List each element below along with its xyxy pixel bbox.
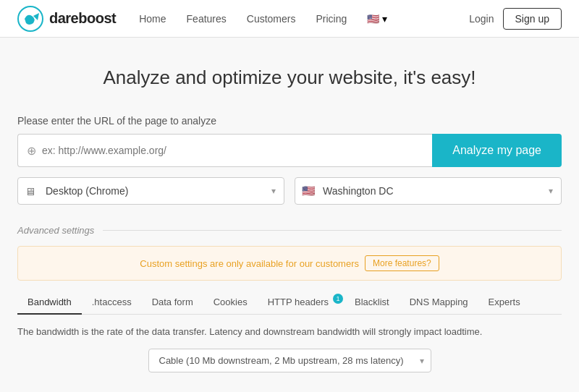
location-select[interactable]: Washington DC bbox=[295, 177, 562, 205]
logo-icon bbox=[17, 6, 43, 32]
signup-button[interactable]: Sign up bbox=[503, 8, 562, 30]
tab-dns-mapping[interactable]: DNS Mapping bbox=[400, 291, 478, 315]
tab-http-headers[interactable]: HTTP headers 1 bbox=[258, 291, 345, 315]
tab-cookies[interactable]: Cookies bbox=[203, 291, 258, 315]
main-content: Analyze and optimize your website, it's … bbox=[0, 38, 579, 387]
tab-blacklist[interactable]: Blacklist bbox=[345, 291, 400, 315]
advanced-label-row: Advanced settings bbox=[17, 225, 562, 236]
target-icon: ⊕ bbox=[27, 144, 36, 158]
advanced-label: Advanced settings bbox=[17, 225, 94, 236]
logo[interactable]: dareboost bbox=[17, 6, 116, 32]
cable-select-wrapper: Cable (10 Mb downstream, 2 Mb upstream, … bbox=[17, 349, 562, 372]
advanced-divider bbox=[103, 230, 562, 231]
hero-title: Analyze and optimize your website, it's … bbox=[17, 67, 562, 89]
url-input-wrapper: ⊕ bbox=[17, 134, 432, 167]
http-headers-badge: 1 bbox=[333, 294, 343, 304]
logo-text: dareboost bbox=[49, 10, 116, 27]
nav-features[interactable]: Features bbox=[187, 13, 227, 25]
login-button[interactable]: Login bbox=[469, 13, 494, 25]
flag-icon: 🇺🇸 bbox=[367, 13, 379, 25]
banner-text: Custom settings are only available for o… bbox=[140, 258, 359, 269]
more-features-button[interactable]: More features? bbox=[365, 255, 439, 271]
tab-data-form[interactable]: Data form bbox=[142, 291, 203, 315]
dropdown-arrow-icon: ▾ bbox=[382, 13, 387, 25]
language-selector[interactable]: 🇺🇸 ▾ bbox=[367, 13, 387, 25]
location-select-wrapper: 🇺🇸 Washington DC ▾ bbox=[295, 177, 562, 205]
navbar-right: Login Sign up bbox=[469, 8, 562, 30]
custom-settings-banner: Custom settings are only available for o… bbox=[17, 246, 562, 281]
tab-experts[interactable]: Experts bbox=[478, 291, 531, 315]
url-input[interactable] bbox=[42, 135, 423, 166]
url-section-label: Please enter the URL of the page to anal… bbox=[17, 115, 562, 127]
cable-select-container: Cable (10 Mb downstream, 2 Mb upstream, … bbox=[148, 349, 431, 372]
bandwidth-description: The bandwidth is the rate of the data tr… bbox=[17, 325, 562, 339]
tab-htaccess[interactable]: .htaccess bbox=[82, 291, 142, 315]
cable-select[interactable]: Cable (10 Mb downstream, 2 Mb upstream, … bbox=[148, 349, 431, 372]
url-input-row: ⊕ Analyze my page bbox=[17, 134, 562, 167]
tab-bandwidth[interactable]: Bandwidth bbox=[17, 291, 82, 315]
nav-customers[interactable]: Customers bbox=[247, 13, 296, 25]
navbar: dareboost Home Features Customers Pricin… bbox=[0, 0, 579, 38]
navbar-links: Home Features Customers Pricing 🇺🇸 ▾ bbox=[139, 13, 469, 25]
advanced-section: Advanced settings Custom settings are on… bbox=[17, 225, 562, 372]
tabs-row: Bandwidth .htaccess Data form Cookies HT… bbox=[17, 291, 562, 315]
selects-row: 🖥 Desktop (Chrome) ▾ 🇺🇸 Washington DC ▾ bbox=[17, 177, 562, 205]
nav-pricing[interactable]: Pricing bbox=[316, 13, 347, 25]
device-select-wrapper: 🖥 Desktop (Chrome) ▾ bbox=[17, 177, 284, 205]
nav-home[interactable]: Home bbox=[139, 13, 166, 25]
device-select[interactable]: Desktop (Chrome) bbox=[17, 177, 284, 205]
analyze-button[interactable]: Analyze my page bbox=[432, 134, 562, 167]
